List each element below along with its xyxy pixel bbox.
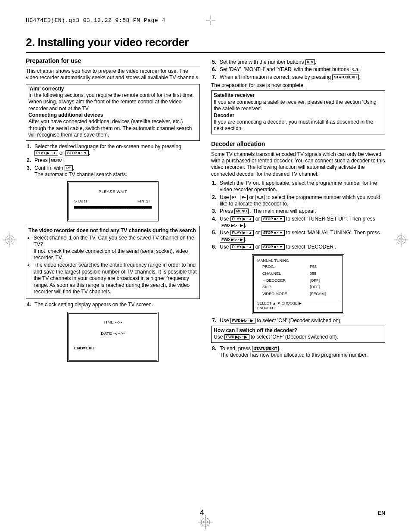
num-button-label: 0..9 xyxy=(351,67,360,72)
menu-button-label: MENU xyxy=(49,158,63,163)
step-2-text: Press xyxy=(34,157,49,163)
decoder-steps-cont: 7. Use FWD ▶▷ · ▶ to select 'ON' (Decode… xyxy=(211,317,385,324)
doc-header-meta: HG474ED(EN).qx3 03.12.22 9:58 PM Page 4 xyxy=(26,17,385,24)
tip-box-aim-connect: 'Aim' correctly In the following section… xyxy=(26,84,200,141)
dstep-1-text: Switch the TV on. If applicable, select … xyxy=(220,180,377,193)
manual-page: HG474ED(EN).qx3 03.12.22 9:58 PM Page 4 … xyxy=(0,0,411,532)
osd-prog-label: PROG. xyxy=(258,264,306,270)
sat-heading: Satellite receiver xyxy=(214,92,383,99)
connect-text: After you have connected additional devi… xyxy=(28,118,197,138)
osd-prog-val: P55 xyxy=(307,264,338,270)
decoder-steps: 1. Switch the TV on. If applicable, sele… xyxy=(211,180,385,251)
play-button-label: PLAY ▶ · ▲ xyxy=(230,230,254,236)
dstep-2a: Use xyxy=(220,194,230,200)
registration-mark-icon xyxy=(3,233,17,247)
decoder-steps-end: 8. To end, press STATUS/EXIT. The decode… xyxy=(211,345,385,359)
dec-text: If you are connecting a decoder, you mus… xyxy=(214,119,383,132)
num-button-label: 0..9 xyxy=(255,195,265,200)
title-rule xyxy=(26,52,385,53)
step-1: 1. Select the desired language for the o… xyxy=(26,143,200,157)
screen-wait: PLEASE WAIT xyxy=(74,189,152,194)
status-button-label: STATUS/EXIT xyxy=(252,346,279,352)
dstep-8b: The decoder has now been allocated to th… xyxy=(220,352,368,358)
tv-screen-manual-tuning: MANUAL TUNING PROG.P55 CHANNEL055 →DECOD… xyxy=(252,254,344,314)
prep-steps-right: 5. Set the time with the number buttons … xyxy=(211,59,385,81)
dstep-8: 8. To end, press STATUS/EXIT. The decode… xyxy=(211,345,385,359)
step-4-text: The clock setting display appears on the… xyxy=(34,302,153,308)
page-title: 2. Installing your video recorder xyxy=(26,36,385,49)
dstep-7b: to select 'ON' (Decoder switched on). xyxy=(257,317,342,324)
or-text: or xyxy=(255,230,262,236)
trouble-item-1: Select channel 1 on the TV. Can you see … xyxy=(34,235,197,261)
decoder-intro: Some TV channels transmit encoded TV sig… xyxy=(211,151,385,177)
osd-channel-val: 055 xyxy=(307,271,338,277)
dstep-4b: to select 'TUNER SET UP'. Then press xyxy=(286,216,375,222)
osd-skip-label: SKIP xyxy=(258,284,306,290)
step-3-text: Confirm with xyxy=(34,165,65,171)
switch-off-b: to select 'OFF' (Decoder switched off). xyxy=(251,334,338,340)
dstep-1: 1. Switch the TV on. If applicable, sele… xyxy=(211,180,385,193)
aim-heading: 'Aim' correctly xyxy=(28,86,197,92)
fwd-button-label: FWD ▶▷ · ▶ xyxy=(220,237,245,243)
step-6-text: Set 'DAY', 'MONTH' and 'YEAR' with the n… xyxy=(220,66,351,72)
dstep-3a: Press xyxy=(220,208,234,214)
or-text: or xyxy=(255,216,262,222)
dstep-3b: . The main menu will appear. xyxy=(250,208,316,214)
dstep-4: 4. Use PLAY ▶ · ▲ or STOP ■ · ▼ to selec… xyxy=(211,216,385,229)
left-column: Preparation for use This chapter shows y… xyxy=(26,57,200,366)
section-preparation-heading: Preparation for use xyxy=(26,57,200,66)
sat-text: If you are connecting a satellite receiv… xyxy=(214,99,383,112)
osd-decoder-val: [OFF] xyxy=(307,278,338,284)
play-button-label: PLAY ▶ · ▲ xyxy=(230,216,254,222)
or-text: or xyxy=(59,150,65,156)
osd-decoder-label: →DECODER xyxy=(258,278,306,284)
step-3: 3. Confirm with P+. The automatic TV cha… xyxy=(26,165,200,178)
step-5-text: Set the time with the number buttons xyxy=(220,59,305,65)
trouble-list: Select channel 1 on the TV. Can you see … xyxy=(28,235,197,295)
dstep-7a: Use xyxy=(220,317,230,324)
or-text: or xyxy=(255,244,262,250)
connect-heading: Connecting additional devices xyxy=(28,112,197,118)
registration-mark-icon xyxy=(394,233,408,247)
play-button-label: PLAY ▶ · ▲ xyxy=(34,150,58,156)
registration-mark-icon xyxy=(198,515,213,529)
pminus-button-label: P– xyxy=(240,195,248,200)
preparation-intro: This chapter shows you how to prepare th… xyxy=(26,68,200,81)
osd-table: PROG.P55 CHANNEL055 →DECODER[OFF] SKIP[O… xyxy=(257,263,339,298)
pplus-button-label: P+ xyxy=(230,195,239,200)
switch-off-box: How can I switch off the decoder? Use FW… xyxy=(211,326,385,343)
or-text: or xyxy=(249,194,255,200)
doc-filename-timestamp: HG474ED(EN).qx3 03.12.22 9:58 PM Page 4 xyxy=(26,17,165,24)
step-4: 4. The clock setting display appears on … xyxy=(26,302,200,308)
switch-off-a: Use xyxy=(214,334,224,340)
dstep-5: 5. Use PLAY ▶ · ▲ or STOP ■ · ▼ to selec… xyxy=(211,230,385,243)
screen-date: DATE --/--/-- xyxy=(74,331,152,336)
osd-channel-label: CHANNEL xyxy=(258,271,306,277)
dstep-6b: to select 'DECODER'. xyxy=(286,244,336,250)
step-7: 7. When all information is correct, save… xyxy=(211,74,385,81)
dstep-7: 7. Use FWD ▶▷ · ▶ to select 'ON' (Decode… xyxy=(211,317,385,324)
dstep-6: 6. Use PLAY ▶ · ▲ or STOP ■ · ▼ to selec… xyxy=(211,244,385,250)
fwd-button-label: FWD ▶▷ · ▶ xyxy=(220,223,245,228)
dstep-8a: To end, press xyxy=(220,345,252,352)
dec-heading: Decoder xyxy=(214,112,383,119)
step-3-text2: The automatic TV channel search starts. xyxy=(34,171,127,177)
menu-button-label: MENU xyxy=(234,208,249,214)
fwd-button-label: FWD ▶▷ · ▶ xyxy=(230,318,255,324)
status-button-label: STATUS/EXIT xyxy=(332,75,359,80)
screen-end: END=EXIT xyxy=(74,345,152,351)
step-1-text: Select the desired language for the on-s… xyxy=(34,143,181,149)
stop-button-label: STOP ■ · ▼ xyxy=(262,216,285,222)
dstep-5b: to select 'MANUAL TUNING'. Then press xyxy=(286,230,380,236)
switch-off-heading: How can I switch off the decoder? xyxy=(214,327,383,334)
aim-text: In the following sections, you require t… xyxy=(28,92,197,112)
osd-videomode-label: VIDEO MODE xyxy=(258,291,306,297)
prep-steps: 1. Select the desired language for the o… xyxy=(26,143,200,178)
step-7-text: When all information is correct, save by… xyxy=(220,74,332,80)
trouble-heading: The video recorder does not find any TV … xyxy=(28,227,197,234)
step-6: 6. Set 'DAY', 'MONTH' and 'YEAR' with th… xyxy=(211,66,385,73)
dstep-2: 2. Use P+ P– or 0..9 to select the progr… xyxy=(211,194,385,208)
screen-start: START xyxy=(74,199,88,204)
screen-time: TIME --:-- xyxy=(74,320,152,325)
dstep-6a: Use xyxy=(220,244,230,250)
